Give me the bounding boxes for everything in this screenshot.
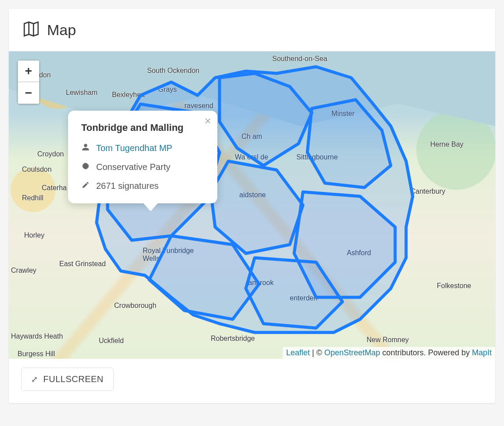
osm-link[interactable]: OpenStreetMap — [324, 348, 380, 357]
zoom-in-button[interactable]: + — [18, 60, 40, 82]
popup-mp-row: Tom Tugendhat MP — [81, 143, 204, 153]
expand-icon: ⤢ — [31, 375, 38, 384]
constituency-popup: × Tonbridge and Malling Tom Tugendhat MP… — [68, 111, 217, 203]
mp-link[interactable]: Tom Tugendhat MP — [96, 143, 172, 153]
badge-icon — [81, 162, 90, 172]
zoom-control: + − — [18, 60, 40, 104]
fullscreen-label: FULLSCREEN — [43, 374, 104, 384]
popup-title: Tonbridge and Malling — [81, 122, 204, 134]
fullscreen-button[interactable]: ⤢ FULLSCREEN — [21, 368, 114, 391]
card-header: Map — [9, 9, 495, 51]
constituency-boundaries[interactable] — [9, 51, 495, 359]
map-attribution: Leaflet | © OpenStreetMap contributors. … — [283, 347, 495, 359]
signature-count: 2671 signatures — [96, 181, 158, 191]
zoom-out-button[interactable]: − — [18, 82, 40, 104]
popup-signatures-row: 2671 signatures — [81, 181, 204, 191]
map-card: Map Southend-on-Sea South Ockendon ndon … — [9, 9, 495, 403]
person-icon — [81, 143, 90, 153]
popup-party-row: Conservative Party — [81, 162, 204, 172]
party-name: Conservative Party — [96, 162, 170, 172]
card-title: Map — [47, 22, 76, 39]
card-footer: ⤢ FULLSCREEN — [9, 359, 495, 403]
map-icon — [22, 20, 40, 40]
map-viewport[interactable]: Southend-on-Sea South Ockendon ndon Gray… — [9, 51, 495, 359]
mapit-link[interactable]: MapIt — [472, 348, 492, 357]
pencil-icon — [81, 181, 90, 191]
leaflet-link[interactable]: Leaflet — [286, 348, 310, 357]
close-icon[interactable]: × — [205, 115, 211, 126]
